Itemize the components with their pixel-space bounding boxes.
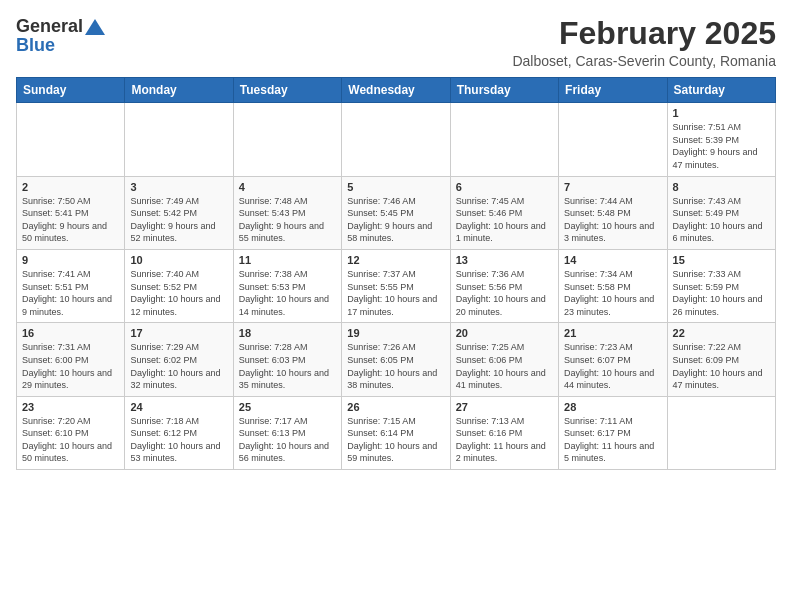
calendar-cell: 26Sunrise: 7:15 AM Sunset: 6:14 PM Dayli… [342, 396, 450, 469]
day-number: 18 [239, 327, 336, 339]
day-number: 23 [22, 401, 119, 413]
svg-marker-0 [85, 19, 105, 35]
calendar-cell: 2Sunrise: 7:50 AM Sunset: 5:41 PM Daylig… [17, 176, 125, 249]
calendar-cell: 19Sunrise: 7:26 AM Sunset: 6:05 PM Dayli… [342, 323, 450, 396]
weekday-header-tuesday: Tuesday [233, 78, 341, 103]
day-number: 7 [564, 181, 661, 193]
day-number: 15 [673, 254, 770, 266]
calendar-cell: 1Sunrise: 7:51 AM Sunset: 5:39 PM Daylig… [667, 103, 775, 176]
weekday-header-friday: Friday [559, 78, 667, 103]
calendar-week-2: 2Sunrise: 7:50 AM Sunset: 5:41 PM Daylig… [17, 176, 776, 249]
day-info: Sunrise: 7:15 AM Sunset: 6:14 PM Dayligh… [347, 415, 444, 465]
weekday-header-saturday: Saturday [667, 78, 775, 103]
calendar-week-3: 9Sunrise: 7:41 AM Sunset: 5:51 PM Daylig… [17, 249, 776, 322]
day-info: Sunrise: 7:40 AM Sunset: 5:52 PM Dayligh… [130, 268, 227, 318]
day-info: Sunrise: 7:11 AM Sunset: 6:17 PM Dayligh… [564, 415, 661, 465]
day-number: 27 [456, 401, 553, 413]
calendar-week-4: 16Sunrise: 7:31 AM Sunset: 6:00 PM Dayli… [17, 323, 776, 396]
day-info: Sunrise: 7:45 AM Sunset: 5:46 PM Dayligh… [456, 195, 553, 245]
day-number: 12 [347, 254, 444, 266]
subtitle: Dalboset, Caras-Severin County, Romania [512, 53, 776, 69]
day-info: Sunrise: 7:23 AM Sunset: 6:07 PM Dayligh… [564, 341, 661, 391]
day-number: 13 [456, 254, 553, 266]
day-info: Sunrise: 7:50 AM Sunset: 5:41 PM Dayligh… [22, 195, 119, 245]
day-number: 2 [22, 181, 119, 193]
day-number: 6 [456, 181, 553, 193]
calendar-cell: 15Sunrise: 7:33 AM Sunset: 5:59 PM Dayli… [667, 249, 775, 322]
calendar-cell: 22Sunrise: 7:22 AM Sunset: 6:09 PM Dayli… [667, 323, 775, 396]
calendar-week-5: 23Sunrise: 7:20 AM Sunset: 6:10 PM Dayli… [17, 396, 776, 469]
calendar-cell [125, 103, 233, 176]
calendar-cell: 21Sunrise: 7:23 AM Sunset: 6:07 PM Dayli… [559, 323, 667, 396]
day-info: Sunrise: 7:43 AM Sunset: 5:49 PM Dayligh… [673, 195, 770, 245]
logo: General Blue [16, 16, 105, 56]
calendar-cell: 27Sunrise: 7:13 AM Sunset: 6:16 PM Dayli… [450, 396, 558, 469]
logo-general-text: General [16, 16, 83, 37]
day-info: Sunrise: 7:25 AM Sunset: 6:06 PM Dayligh… [456, 341, 553, 391]
weekday-header-thursday: Thursday [450, 78, 558, 103]
calendar-cell: 23Sunrise: 7:20 AM Sunset: 6:10 PM Dayli… [17, 396, 125, 469]
day-number: 22 [673, 327, 770, 339]
calendar-cell [17, 103, 125, 176]
calendar-cell: 28Sunrise: 7:11 AM Sunset: 6:17 PM Dayli… [559, 396, 667, 469]
day-info: Sunrise: 7:41 AM Sunset: 5:51 PM Dayligh… [22, 268, 119, 318]
day-number: 21 [564, 327, 661, 339]
calendar-cell: 9Sunrise: 7:41 AM Sunset: 5:51 PM Daylig… [17, 249, 125, 322]
main-title: February 2025 [512, 16, 776, 51]
day-number: 5 [347, 181, 444, 193]
day-info: Sunrise: 7:46 AM Sunset: 5:45 PM Dayligh… [347, 195, 444, 245]
calendar-table: SundayMondayTuesdayWednesdayThursdayFrid… [16, 77, 776, 470]
day-number: 14 [564, 254, 661, 266]
day-info: Sunrise: 7:34 AM Sunset: 5:58 PM Dayligh… [564, 268, 661, 318]
day-number: 26 [347, 401, 444, 413]
day-info: Sunrise: 7:17 AM Sunset: 6:13 PM Dayligh… [239, 415, 336, 465]
day-info: Sunrise: 7:44 AM Sunset: 5:48 PM Dayligh… [564, 195, 661, 245]
day-info: Sunrise: 7:22 AM Sunset: 6:09 PM Dayligh… [673, 341, 770, 391]
day-info: Sunrise: 7:28 AM Sunset: 6:03 PM Dayligh… [239, 341, 336, 391]
day-info: Sunrise: 7:37 AM Sunset: 5:55 PM Dayligh… [347, 268, 444, 318]
day-info: Sunrise: 7:49 AM Sunset: 5:42 PM Dayligh… [130, 195, 227, 245]
calendar-cell [233, 103, 341, 176]
day-number: 4 [239, 181, 336, 193]
day-info: Sunrise: 7:20 AM Sunset: 6:10 PM Dayligh… [22, 415, 119, 465]
day-number: 24 [130, 401, 227, 413]
calendar-cell: 14Sunrise: 7:34 AM Sunset: 5:58 PM Dayli… [559, 249, 667, 322]
day-info: Sunrise: 7:38 AM Sunset: 5:53 PM Dayligh… [239, 268, 336, 318]
day-info: Sunrise: 7:48 AM Sunset: 5:43 PM Dayligh… [239, 195, 336, 245]
day-number: 9 [22, 254, 119, 266]
calendar-cell: 6Sunrise: 7:45 AM Sunset: 5:46 PM Daylig… [450, 176, 558, 249]
day-number: 3 [130, 181, 227, 193]
day-number: 16 [22, 327, 119, 339]
day-number: 17 [130, 327, 227, 339]
calendar-header-row: SundayMondayTuesdayWednesdayThursdayFrid… [17, 78, 776, 103]
day-number: 20 [456, 327, 553, 339]
calendar-week-1: 1Sunrise: 7:51 AM Sunset: 5:39 PM Daylig… [17, 103, 776, 176]
day-number: 11 [239, 254, 336, 266]
calendar-cell: 18Sunrise: 7:28 AM Sunset: 6:03 PM Dayli… [233, 323, 341, 396]
calendar-cell: 10Sunrise: 7:40 AM Sunset: 5:52 PM Dayli… [125, 249, 233, 322]
calendar-cell [667, 396, 775, 469]
calendar-cell: 13Sunrise: 7:36 AM Sunset: 5:56 PM Dayli… [450, 249, 558, 322]
day-info: Sunrise: 7:33 AM Sunset: 5:59 PM Dayligh… [673, 268, 770, 318]
day-number: 1 [673, 107, 770, 119]
weekday-header-wednesday: Wednesday [342, 78, 450, 103]
calendar-cell: 11Sunrise: 7:38 AM Sunset: 5:53 PM Dayli… [233, 249, 341, 322]
day-number: 19 [347, 327, 444, 339]
calendar-cell: 24Sunrise: 7:18 AM Sunset: 6:12 PM Dayli… [125, 396, 233, 469]
calendar-cell: 17Sunrise: 7:29 AM Sunset: 6:02 PM Dayli… [125, 323, 233, 396]
calendar-cell [559, 103, 667, 176]
day-info: Sunrise: 7:31 AM Sunset: 6:00 PM Dayligh… [22, 341, 119, 391]
calendar-cell: 20Sunrise: 7:25 AM Sunset: 6:06 PM Dayli… [450, 323, 558, 396]
day-info: Sunrise: 7:36 AM Sunset: 5:56 PM Dayligh… [456, 268, 553, 318]
calendar-cell [450, 103, 558, 176]
calendar-cell: 3Sunrise: 7:49 AM Sunset: 5:42 PM Daylig… [125, 176, 233, 249]
logo-icon [85, 19, 105, 35]
calendar-cell: 8Sunrise: 7:43 AM Sunset: 5:49 PM Daylig… [667, 176, 775, 249]
calendar-cell: 7Sunrise: 7:44 AM Sunset: 5:48 PM Daylig… [559, 176, 667, 249]
calendar-cell [342, 103, 450, 176]
day-info: Sunrise: 7:29 AM Sunset: 6:02 PM Dayligh… [130, 341, 227, 391]
calendar-cell: 4Sunrise: 7:48 AM Sunset: 5:43 PM Daylig… [233, 176, 341, 249]
calendar-cell: 12Sunrise: 7:37 AM Sunset: 5:55 PM Dayli… [342, 249, 450, 322]
logo-blue-text: Blue [16, 35, 55, 56]
day-info: Sunrise: 7:51 AM Sunset: 5:39 PM Dayligh… [673, 121, 770, 171]
